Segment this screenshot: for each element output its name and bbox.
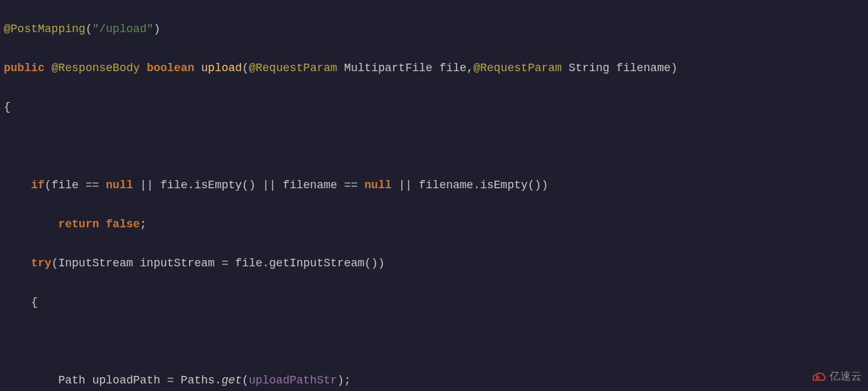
- condition: file.isEmpty() || filename ==: [160, 179, 364, 191]
- watermark-cloud-icon: [809, 370, 826, 383]
- try-resource: (InputStream inputStream = file.getInput…: [52, 257, 385, 269]
- annotation-postmapping: @PostMapping: [4, 23, 86, 35]
- method-upload: upload: [201, 62, 242, 74]
- paren: (: [242, 374, 249, 387]
- condition: (file ==: [45, 179, 106, 191]
- comma: ,: [467, 62, 474, 74]
- code-line-8[interactable]: {: [0, 293, 868, 312]
- paren: ): [154, 23, 161, 35]
- code-line-10[interactable]: Path uploadPath = Paths.get(uploadPathSt…: [0, 371, 868, 390]
- operator-or: ||: [392, 179, 419, 191]
- operator-or: ||: [133, 179, 160, 191]
- code-line-2[interactable]: public @ResponseBody boolean upload(@Req…: [0, 59, 868, 78]
- keyword-try: try: [31, 257, 51, 269]
- condition: filename.isEmpty()): [419, 179, 548, 191]
- param-filename: filename: [616, 62, 670, 74]
- string-literal: "/upload": [92, 23, 153, 35]
- code-line-4[interactable]: [0, 137, 868, 156]
- code-editor[interactable]: @PostMapping("/upload") public @Response…: [0, 0, 868, 391]
- annotation-responsebody: @ResponseBody: [52, 62, 140, 74]
- watermark: 亿速云: [809, 366, 862, 386]
- code-line-9[interactable]: [0, 332, 868, 351]
- annotation-requestparam: @RequestParam: [249, 62, 337, 74]
- watermark-text: 亿速云: [830, 366, 862, 386]
- method-get: get: [222, 374, 242, 387]
- paren: (: [86, 23, 93, 35]
- paren-close: );: [337, 374, 351, 387]
- keyword-if: if: [31, 179, 45, 191]
- keyword-return: return: [58, 218, 99, 230]
- paren: ): [671, 62, 678, 74]
- code-line-6[interactable]: return false;: [0, 215, 868, 234]
- type-multipartfile: MultipartFile: [344, 62, 432, 74]
- brace-open: {: [31, 296, 38, 309]
- code-line-7[interactable]: try(InputStream inputStream = file.getIn…: [0, 254, 868, 273]
- field-uploadpathstr: uploadPathStr: [249, 374, 337, 387]
- paren: (: [242, 62, 249, 74]
- keyword-false: false: [106, 218, 140, 230]
- statement: Path uploadPath = Paths.: [58, 374, 221, 387]
- param-file: file: [439, 62, 466, 74]
- keyword-public: public: [4, 62, 45, 74]
- code-line-3[interactable]: {: [0, 98, 868, 117]
- type-string: String: [569, 62, 610, 74]
- keyword-boolean: boolean: [147, 62, 195, 74]
- code-line-1[interactable]: @PostMapping("/upload"): [0, 20, 868, 39]
- semicolon: ;: [140, 218, 147, 230]
- keyword-null: null: [106, 179, 133, 191]
- code-line-5[interactable]: if(file == null || file.isEmpty() || fil…: [0, 176, 868, 195]
- keyword-null: null: [365, 179, 392, 191]
- brace-open: {: [4, 101, 11, 113]
- annotation-requestparam: @RequestParam: [473, 62, 561, 74]
